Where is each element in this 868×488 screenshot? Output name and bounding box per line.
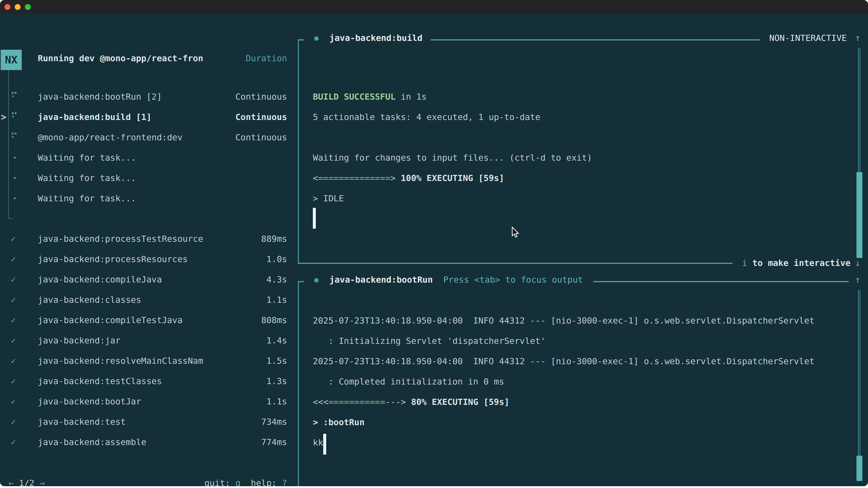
check-icon: ✓: [11, 330, 24, 351]
window-titlebar[interactable]: [0, 0, 868, 14]
task-name: java-backend:test: [38, 412, 126, 432]
task-duration: 1.3s: [215, 371, 287, 391]
task-name: java-backend:resolveMainClassNam: [38, 351, 203, 371]
close-window-icon[interactable]: [4, 4, 10, 10]
task-name: java-backend:bootRun [2]: [38, 87, 162, 107]
bootrun-panel-left-border: [298, 281, 299, 486]
progress-fill: ==============: [318, 173, 391, 183]
check-icon: ✓: [11, 391, 24, 412]
build-success-line: BUILD SUCCESSFUL in 1s: [313, 87, 427, 107]
minimize-window-icon[interactable]: [15, 4, 21, 10]
task-name: java-backend:compileJava: [38, 269, 162, 290]
task-tree-line: [8, 70, 9, 219]
page-number: 1/2: [19, 478, 35, 486]
pagination[interactable]: ← 1/2 →: [8, 473, 45, 486]
build-idle-line: > IDLE: [313, 188, 344, 208]
interactive-hint-text: to make interactive: [747, 258, 850, 268]
panel-bullet-icon: ●: [314, 28, 318, 48]
build-waiting-line: Waiting for changes to input files... (c…: [313, 148, 592, 168]
bootrun-panel-scrollbar-track[interactable]: [858, 290, 860, 456]
duration-column-header: Duration: [215, 48, 287, 68]
task-name: java-backend:jar: [38, 330, 121, 351]
task-duration: 1.1s: [215, 391, 287, 412]
page-indicator: [14, 478, 19, 486]
screen: NX Running dev @mono-app/react-fron Dura…: [0, 0, 868, 488]
bootrun-panel-title: java-backend:bootRun: [329, 269, 433, 290]
check-icon: ✓: [11, 310, 24, 330]
terminal-cursor: [323, 434, 326, 455]
spinner-icon: [12, 133, 19, 139]
waiting-label: Waiting for task...: [38, 188, 136, 208]
help-key[interactable]: ?: [282, 478, 287, 486]
task-name: java-backend:testClasses: [38, 371, 162, 391]
waiting-label: Waiting for task...: [38, 148, 136, 168]
task-status: Continuous: [215, 107, 287, 127]
build-progress-bar: <==============> 100% EXECUTING [59s]: [313, 168, 504, 188]
task-name: @mono-app/react-frontend:dev: [38, 127, 183, 148]
scroll-up-icon[interactable]: ↑: [855, 28, 861, 48]
bootrun-panel-header-rule: [593, 281, 849, 282]
help-label: help:: [241, 478, 282, 486]
log-line: : Completed initialization in 0 ms: [313, 371, 504, 392]
bootrun-panel-scrollbar-thumb[interactable]: [857, 456, 862, 481]
task-name: java-backend:processTestResource: [38, 229, 203, 249]
task-name: java-backend:compileTestJava: [38, 310, 183, 330]
build-panel-header-rule: [431, 39, 760, 40]
spinner-icon: [12, 92, 19, 99]
focus-output-hint: Press <tab> to focus output: [443, 269, 583, 290]
task-duration: 889ms: [215, 229, 287, 249]
task-duration: 4.3s: [215, 269, 287, 290]
task-status: Continuous: [215, 87, 287, 107]
progress-fill: ===========: [329, 397, 385, 407]
waiting-dot-icon: ·: [12, 168, 25, 188]
task-name: java-backend:classes: [38, 290, 141, 310]
terminal-content: NX Running dev @mono-app/react-fron Dura…: [0, 14, 868, 486]
waiting-dot-icon: ·: [12, 148, 25, 168]
interactive-hint-key[interactable]: i: [742, 258, 747, 268]
nx-logo: NX: [1, 50, 22, 70]
check-icon: ✓: [11, 351, 24, 371]
waiting-label: Waiting for task...: [38, 168, 136, 188]
task-name: java-backend:processResources: [38, 249, 188, 269]
page-left-icon[interactable]: ←: [8, 478, 14, 486]
log-line: 2025-07-23T13:40:18.950-04:00 INFO 44312…: [313, 351, 814, 371]
log-line: : Initializing Servlet 'dispatcherServle…: [313, 331, 546, 351]
progress-prefix: <<<: [313, 397, 329, 407]
progress-suffix: >: [391, 173, 396, 183]
task-duration: 734ms: [215, 412, 287, 432]
page-right-icon[interactable]: →: [39, 478, 45, 486]
build-panel-scrollbar-thumb[interactable]: [857, 172, 862, 258]
task-duration: 1.0s: [215, 249, 287, 269]
task-status: Continuous: [215, 127, 287, 148]
task-duration: 1.1s: [215, 290, 287, 310]
build-panel-bottom-rule: [298, 263, 733, 264]
task-duration: 1.4s: [215, 330, 287, 351]
zoom-window-icon[interactable]: [25, 4, 31, 10]
keybind-hints: quit: q help: ?: [135, 473, 287, 486]
build-panel-scrollbar-track[interactable]: [858, 48, 860, 172]
build-successful-text: BUILD SUCCESSFUL: [313, 92, 396, 102]
progress-label: 100% EXECUTING [59s]: [396, 173, 504, 183]
task-name: java-backend:assemble: [38, 432, 146, 452]
build-panel-title: java-backend:build: [329, 28, 423, 48]
task-duration: 1.5s: [215, 351, 287, 371]
check-icon: ✓: [11, 371, 24, 391]
scroll-up-icon[interactable]: ↑: [855, 269, 861, 290]
progress-prefix: <: [313, 173, 318, 183]
bootrun-input-text[interactable]: kk: [313, 432, 323, 453]
bootrun-prompt-line: > :bootRun: [313, 412, 365, 432]
spinner-icon: [12, 112, 19, 119]
log-line: 2025-07-23T13:40:18.950-04:00 INFO 44312…: [313, 311, 814, 331]
check-icon: ✓: [11, 269, 24, 290]
task-list-title: Running dev @mono-app/react-fron: [38, 48, 203, 68]
build-success-time: in 1s: [396, 92, 427, 102]
mouse-cursor-icon: [511, 227, 520, 239]
progress-dashes: --->: [385, 397, 406, 407]
task-name: java-backend:bootJar: [38, 391, 141, 412]
quit-key[interactable]: q: [235, 478, 241, 486]
terminal-cursor: [313, 208, 316, 229]
build-panel-mode-label: NON-INTERACTIVE: [769, 28, 847, 48]
check-icon: ✓: [11, 249, 24, 269]
build-tasks-summary: 5 actionable tasks: 4 executed, 1 up-to-…: [313, 107, 540, 127]
task-duration: 774ms: [215, 432, 287, 452]
